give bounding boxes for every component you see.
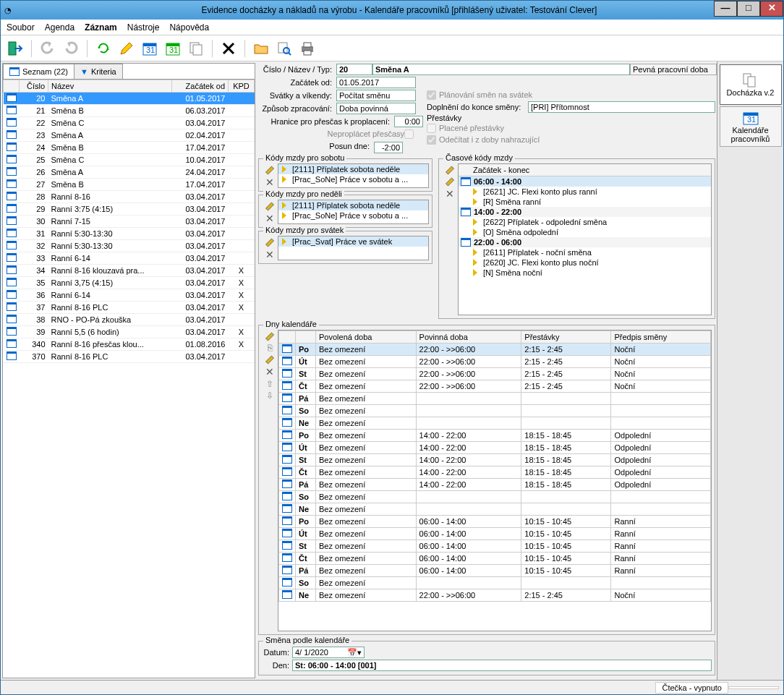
list-row[interactable]: 25Směna C10.04.2017 <box>4 154 255 166</box>
fld-zac[interactable]: 01.05.2017 <box>336 77 416 88</box>
rtab-kalendare[interactable]: 31 Kalendáře pracovníků <box>720 106 782 147</box>
list-row[interactable]: 38RNO - PO-Pá zkouška03.04.2017 <box>4 314 255 326</box>
list-row[interactable]: 39Ranní 5,5 (6 hodin)03.04.2017X <box>4 326 255 338</box>
tab-seznam[interactable]: Seznam (22) <box>3 64 74 79</box>
time-code-item[interactable]: [N] Směna noční <box>459 268 711 278</box>
delete-icon[interactable]: ✕ <box>265 176 275 188</box>
edit-icon[interactable] <box>265 165 275 175</box>
code-item[interactable]: [2111] Příplatek sobota neděle <box>278 200 428 210</box>
day-row[interactable]: SoBez omezení <box>279 405 711 417</box>
day-row[interactable]: ČtBez omezení14:00 - 22:0018:15 - 18:45O… <box>279 466 711 479</box>
delete-icon[interactable]: ✕ <box>265 249 275 260</box>
tool-copy-icon[interactable] <box>186 38 206 59</box>
fld-cislo[interactable]: 20 <box>336 64 372 75</box>
time-block-header[interactable]: 06:00 - 14:00 <box>459 176 711 187</box>
delete-icon[interactable]: ✕ <box>445 188 455 200</box>
days-grid[interactable]: Povolená doba Povinná doba Přestávky Pře… <box>278 330 712 631</box>
rtab-dochazka[interactable]: Docházka v.2 <box>720 64 782 105</box>
list-row[interactable]: 37Ranní 8-16 PLC03.04.2017X <box>4 302 255 314</box>
col-cislo[interactable]: Číslo <box>20 80 48 93</box>
list-row[interactable]: 21Směna B06.03.2017 <box>4 105 255 117</box>
fld-hp[interactable]: 0:00 <box>394 116 423 127</box>
list-row[interactable]: 31Ranní 5:30-13:3003.04.2017 <box>4 228 255 240</box>
day-row[interactable]: PáBez omezení <box>279 393 711 405</box>
menu-soubor[interactable]: Soubor <box>7 22 35 33</box>
menu-agenda[interactable]: Agenda <box>45 22 74 33</box>
col-zacatek[interactable]: Začátek od <box>172 80 229 93</box>
code-item[interactable]: [Prac_SoNe] Práce v sobotu a ... <box>278 210 428 221</box>
menu-zaznam[interactable]: Záznam <box>85 22 117 33</box>
fld-nazev[interactable]: Směna A <box>372 64 630 75</box>
day-row[interactable]: ÚtBez omezení14:00 - 22:0018:15 - 18:45O… <box>279 442 711 454</box>
tool-exit-icon[interactable] <box>5 38 25 59</box>
tab-kriteria[interactable]: ▼Kriteria <box>74 64 123 79</box>
day-row[interactable]: PoBez omezení14:00 - 22:0018:15 - 18:45O… <box>279 430 711 442</box>
tool-calendar2-icon[interactable]: 31 <box>163 38 183 59</box>
day-row[interactable]: SoBez omezení <box>279 577 711 589</box>
record-list[interactable]: Číslo Název Začátek od KPD 20Směna A01.0… <box>3 80 255 678</box>
list-row[interactable]: 23Směna A02.04.2017 <box>4 129 255 142</box>
code-item[interactable]: [Prac_SoNe] Práce v sobotu a ... <box>278 174 428 184</box>
day-row[interactable]: NeBez omezení22:00 - >>06:002:15 - 2:45N… <box>279 589 711 602</box>
day-row[interactable]: PáBez omezení14:00 - 22:0018:15 - 18:45O… <box>279 479 711 491</box>
day-row[interactable]: PáBez omezení06:00 - 14:0010:15 - 10:45R… <box>279 565 711 577</box>
tool-undo-icon[interactable] <box>38 38 58 59</box>
close-button[interactable]: ✕ <box>760 1 783 17</box>
edit2-icon[interactable] <box>265 354 275 364</box>
tool-search-icon[interactable] <box>274 38 294 59</box>
sobota-list[interactable]: [2111] Příplatek sobota neděle[Prac_SoNe… <box>278 163 429 188</box>
tool-delete-icon[interactable] <box>218 38 239 59</box>
day-row[interactable]: StBez omezení22:00 - >>06:002:15 - 2:45N… <box>279 368 711 380</box>
delete-icon[interactable]: ✕ <box>265 366 275 378</box>
time-code-item[interactable]: [2620] JC. Flexi konto plus noční <box>459 257 711 268</box>
tool-redo-icon[interactable] <box>61 38 81 59</box>
tool-calendar1-icon[interactable]: 31 <box>140 38 160 59</box>
down-icon[interactable]: ⇩ <box>265 391 275 401</box>
list-row[interactable]: 28Ranní 8-1603.04.2017 <box>4 191 255 203</box>
list-row[interactable]: 32Ranní 5:30-13:3003.04.2017 <box>4 240 255 252</box>
list-row[interactable]: 24Směna B17.04.2017 <box>4 142 255 154</box>
day-row[interactable]: ČtBez omezení22:00 - >>06:002:15 - 2:45N… <box>279 380 711 393</box>
list-row[interactable]: 35Ranní 3,75 (4:15)03.04.2017X <box>4 277 255 289</box>
list-row[interactable]: 26Směna A24.04.2017 <box>4 166 255 179</box>
day-row[interactable]: ÚtBez omezení22:00 - >>06:002:15 - 2:45N… <box>279 356 711 368</box>
edit2-icon[interactable] <box>445 176 455 187</box>
day-row[interactable]: PoBez omezení22:00 - >>06:002:15 - 2:45N… <box>279 344 711 356</box>
list-row[interactable]: 22Směna C03.04.2017 <box>4 117 255 129</box>
fld-pd[interactable]: -2:00 <box>374 142 403 153</box>
tool-edit-icon[interactable] <box>116 38 137 59</box>
day-row[interactable]: SoBez omezení <box>279 491 711 503</box>
tool-folder-icon[interactable] <box>251 38 271 59</box>
list-row[interactable]: 340Ranní 8-16 přesčas klou...01.08.2016X <box>4 338 255 351</box>
tool-print-icon[interactable] <box>297 38 318 59</box>
menu-nastroje[interactable]: Nástroje <box>127 22 160 33</box>
day-row[interactable]: ÚtBez omezení06:00 - 14:0010:15 - 10:45R… <box>279 528 711 540</box>
fld-dop[interactable]: [PRI] Přítomnost <box>528 101 715 113</box>
list-row[interactable]: 20Směna A01.05.2017 <box>4 93 255 105</box>
col-nazev[interactable]: Název <box>48 80 172 93</box>
list-row[interactable]: 30Ranní 7-1503.04.2017 <box>4 216 255 228</box>
nedele-list[interactable]: [2111] Příplatek sobota neděle[Prac_SoNe… <box>278 200 429 224</box>
tool-refresh-icon[interactable] <box>93 38 114 59</box>
time-list[interactable]: Začátek - konec 06:00 - 14:00[2621] JC. … <box>458 163 712 315</box>
menu-napoveda[interactable]: Nápověda <box>169 22 209 33</box>
time-code-item[interactable]: [O] Směna odpolední <box>459 227 711 237</box>
copy-icon[interactable]: ⎘ <box>268 343 273 353</box>
day-row[interactable]: NeBez omezení <box>279 417 711 430</box>
list-row[interactable]: 29Ranní 3:75 (4:15)03.04.2017 <box>4 203 255 216</box>
fld-zp[interactable]: Doba povinná <box>336 103 416 114</box>
list-row[interactable]: 33Ranní 6-1403.04.2017 <box>4 252 255 265</box>
time-code-item[interactable]: [2621] JC. Flexi konto plus ranní <box>459 187 711 197</box>
time-block-header[interactable]: 14:00 - 22:00 <box>459 207 711 217</box>
code-item[interactable]: [Prac_Svat] Práce ve svátek <box>278 236 428 247</box>
edit-icon[interactable] <box>265 201 275 211</box>
list-row[interactable]: 370Ranní 8-16 PLC03.04.2017 <box>4 351 255 363</box>
up-icon[interactable]: ⇧ <box>265 379 275 389</box>
time-block-header[interactable]: 22:00 - 06:00 <box>459 237 711 247</box>
delete-icon[interactable]: ✕ <box>265 213 275 224</box>
fld-datum[interactable]: 4/ 1/2020📅▾ <box>292 647 365 658</box>
maximize-button[interactable]: □ <box>737 1 760 17</box>
list-row[interactable]: 36Ranní 6-1403.04.2017X <box>4 289 255 302</box>
day-row[interactable]: PoBez omezení06:00 - 14:0010:15 - 10:45R… <box>279 516 711 528</box>
list-row[interactable]: 27Směna B17.04.2017 <box>4 179 255 191</box>
